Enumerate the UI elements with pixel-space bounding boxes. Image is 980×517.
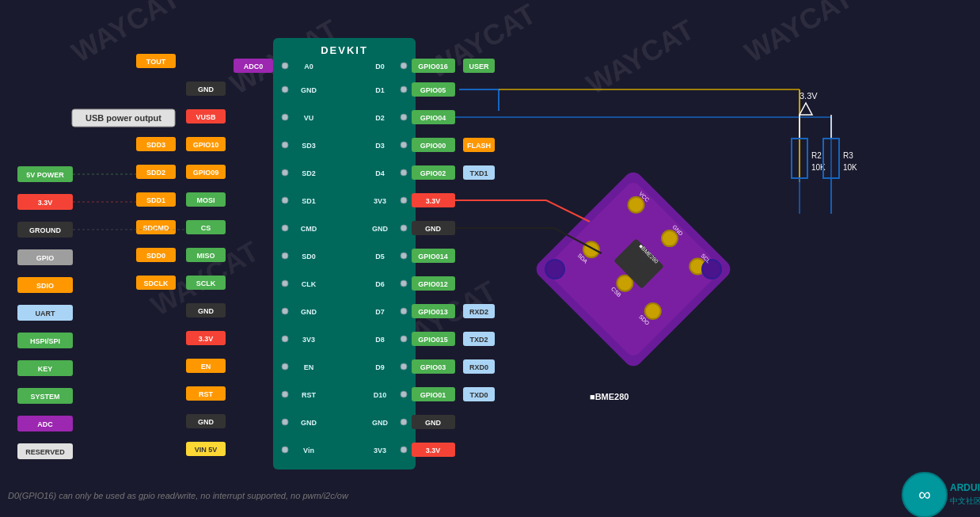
svg-point-90 <box>282 142 288 148</box>
svg-text:SD1: SD1 <box>302 197 316 205</box>
svg-text:UART: UART <box>36 310 55 317</box>
svg-text:SDD0: SDD0 <box>146 252 165 260</box>
svg-text:CLK: CLK <box>302 280 317 288</box>
svg-text:SD0: SD0 <box>302 253 316 260</box>
svg-point-91 <box>401 142 407 148</box>
svg-text:HSPI/SPI: HSPI/SPI <box>30 337 60 345</box>
svg-text:RESERVED: RESERVED <box>25 448 65 456</box>
svg-text:GPIO02: GPIO02 <box>420 169 446 177</box>
svg-point-127 <box>401 391 407 397</box>
svg-text:SDD1: SDD1 <box>146 196 165 204</box>
svg-text:RXD0: RXD0 <box>469 363 488 371</box>
svg-point-106 <box>282 253 288 259</box>
svg-text:D10: D10 <box>374 391 387 399</box>
svg-text:GPIO05: GPIO05 <box>420 86 446 94</box>
svg-text:GND: GND <box>198 418 215 426</box>
svg-text:D1: D1 <box>375 86 385 94</box>
svg-text:中文社区: 中文社区 <box>950 496 980 505</box>
svg-text:D9: D9 <box>375 363 385 371</box>
svg-point-123 <box>401 363 407 370</box>
svg-text:SDCLK: SDCLK <box>144 279 169 287</box>
svg-text:3V3: 3V3 <box>374 447 386 454</box>
svg-text:GPIO04: GPIO04 <box>420 114 446 122</box>
svg-text:GPIO016: GPIO016 <box>418 63 448 70</box>
svg-text:D8: D8 <box>375 336 385 344</box>
svg-text:3.3V: 3.3V <box>426 447 441 454</box>
svg-text:10K: 10K <box>843 163 857 172</box>
svg-text:D0: D0 <box>375 63 385 70</box>
svg-point-102 <box>282 225 288 231</box>
svg-text:VIN 5V: VIN 5V <box>195 446 218 454</box>
svg-text:CMD: CMD <box>301 225 317 233</box>
svg-text:D5: D5 <box>375 253 385 260</box>
svg-point-115 <box>401 308 407 314</box>
svg-rect-75 <box>273 38 416 469</box>
svg-text:3.3V: 3.3V <box>199 335 214 343</box>
svg-text:3.3V: 3.3V <box>38 199 53 207</box>
svg-text:A0: A0 <box>304 63 313 70</box>
svg-point-94 <box>282 169 288 176</box>
svg-text:5V POWER: 5V POWER <box>26 171 64 179</box>
svg-text:3V3: 3V3 <box>302 336 315 344</box>
svg-text:ARDUINO: ARDUINO <box>950 482 980 493</box>
svg-text:3V3: 3V3 <box>374 197 386 205</box>
svg-text:D6: D6 <box>375 280 385 288</box>
svg-text:SDCMD: SDCMD <box>143 224 169 232</box>
diagram-svg: WAYCAT WAYCAT WAYCAT WAYCAT WAYCAT WAYCA… <box>0 0 980 517</box>
svg-text:ADC0: ADC0 <box>244 63 264 70</box>
svg-text:GROUND: GROUND <box>29 226 61 234</box>
svg-text:SCLK: SCLK <box>196 279 216 287</box>
svg-text:R2: R2 <box>811 151 822 160</box>
svg-point-83 <box>401 86 407 93</box>
main-container: WAYCAT WAYCAT WAYCAT WAYCAT WAYCAT WAYCA… <box>0 0 980 517</box>
svg-text:RST: RST <box>302 391 317 399</box>
svg-text:GPIO09: GPIO09 <box>193 169 219 177</box>
svg-text:GPIO10: GPIO10 <box>193 141 219 149</box>
svg-text:GND: GND <box>198 307 215 315</box>
svg-point-114 <box>282 308 288 314</box>
svg-point-126 <box>282 391 288 397</box>
svg-text:EN: EN <box>201 363 211 371</box>
svg-point-111 <box>401 280 407 287</box>
svg-text:RST: RST <box>199 390 214 398</box>
svg-text:GPIO013: GPIO013 <box>418 308 448 316</box>
svg-point-78 <box>282 63 288 69</box>
svg-text:RXD2: RXD2 <box>469 308 488 316</box>
svg-text:EN: EN <box>304 363 314 371</box>
svg-text:ADC: ADC <box>37 420 53 428</box>
svg-point-103 <box>401 225 407 231</box>
svg-text:GND: GND <box>301 308 317 316</box>
svg-point-86 <box>282 114 288 120</box>
svg-text:GPIO015: GPIO015 <box>418 336 448 344</box>
svg-text:GND: GND <box>425 419 442 427</box>
svg-text:SDD3: SDD3 <box>146 141 165 149</box>
svg-text:GND: GND <box>425 225 442 233</box>
svg-text:TXD1: TXD1 <box>469 169 488 177</box>
svg-text:MISO: MISO <box>196 252 215 260</box>
svg-text:CS: CS <box>201 224 211 232</box>
svg-text:SD2: SD2 <box>302 169 316 177</box>
svg-text:GND: GND <box>372 225 389 233</box>
svg-text:TXD2: TXD2 <box>469 336 488 344</box>
svg-point-95 <box>401 169 407 176</box>
svg-text:D4: D4 <box>375 169 385 177</box>
svg-text:GPIO012: GPIO012 <box>418 280 448 288</box>
svg-text:GND: GND <box>301 419 317 427</box>
svg-text:GND: GND <box>372 419 389 427</box>
svg-text:VU: VU <box>304 114 314 122</box>
svg-text:GPIO: GPIO <box>36 254 55 262</box>
svg-point-122 <box>282 363 288 370</box>
svg-text:SYSTEM: SYSTEM <box>30 393 59 401</box>
svg-text:GPIO03: GPIO03 <box>420 363 446 371</box>
svg-text:MOSI: MOSI <box>196 196 215 204</box>
svg-text:SD3: SD3 <box>302 142 316 150</box>
svg-text:USER: USER <box>469 63 489 70</box>
svg-text:TXD0: TXD0 <box>469 391 488 399</box>
svg-point-130 <box>282 419 288 425</box>
svg-point-82 <box>282 86 288 93</box>
svg-text:D2: D2 <box>375 114 385 122</box>
svg-text:R3: R3 <box>843 151 853 160</box>
svg-point-99 <box>401 197 407 203</box>
svg-point-110 <box>282 280 288 287</box>
svg-text:KEY: KEY <box>38 365 53 373</box>
